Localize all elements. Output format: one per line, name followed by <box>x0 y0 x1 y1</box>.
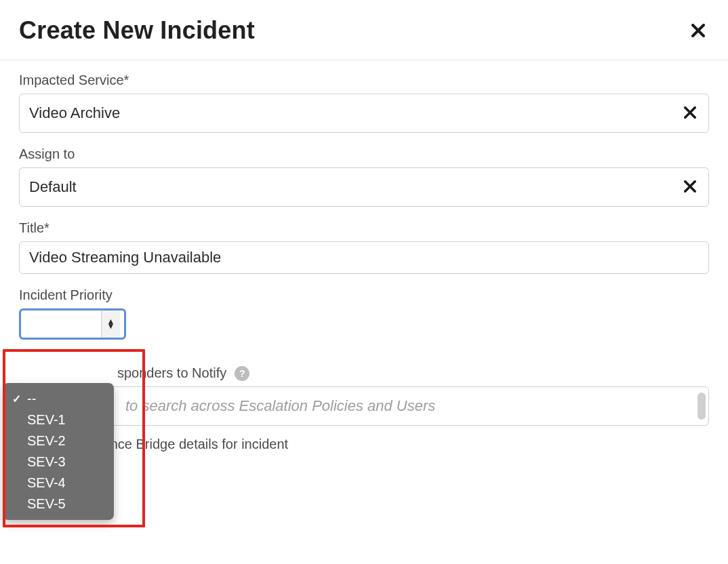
impacted-service-value: Video Archive <box>29 104 120 122</box>
modal-title: Create New Incident <box>19 16 255 45</box>
priority-dropdown-menu: ✓ -- SEV-1 SEV-2 SEV-3 SEV-4 SEV-5 <box>3 383 114 520</box>
priority-option-sev2[interactable]: SEV-2 <box>3 430 114 451</box>
field-incident-priority: Incident Priority ▲▼ <box>19 287 709 340</box>
priority-option-sev3[interactable]: SEV-3 <box>3 451 114 472</box>
priority-option-label: SEV-4 <box>27 475 104 491</box>
field-title: Title* <box>19 220 709 274</box>
title-input[interactable] <box>19 241 709 274</box>
impacted-service-label: Impacted Service* <box>19 73 709 88</box>
incident-priority-label: Incident Priority <box>19 287 709 303</box>
clear-icon[interactable] <box>684 178 696 197</box>
scroll-thumb[interactable] <box>697 392 706 420</box>
responders-label: sponders to Notify <box>19 365 226 381</box>
priority-option-sev4[interactable]: SEV-4 <box>3 472 114 494</box>
check-icon: ✓ <box>12 392 27 405</box>
priority-option-label: SEV-5 <box>27 496 104 512</box>
modal-header: Create New Incident <box>0 0 728 60</box>
assign-to-select[interactable]: Default <box>19 167 709 207</box>
conference-bridge-row: Set Conference Bridge details for incide… <box>19 437 709 452</box>
impacted-service-select[interactable]: Video Archive <box>19 94 709 133</box>
priority-option-label: SEV-2 <box>27 433 104 449</box>
priority-option-sev5[interactable]: SEV-5 <box>3 494 114 515</box>
priority-option-label: SEV-3 <box>27 454 104 470</box>
priority-option-none[interactable]: ✓ -- <box>3 388 114 409</box>
clear-icon[interactable] <box>684 104 696 123</box>
priority-option-label: -- <box>27 391 104 407</box>
assign-to-label: Assign to <box>19 146 709 162</box>
priority-option-sev1[interactable]: SEV-1 <box>3 409 114 430</box>
priority-option-label: SEV-1 <box>27 412 104 428</box>
close-icon[interactable] <box>687 18 709 43</box>
help-icon[interactable]: ? <box>235 366 249 381</box>
field-responders: sponders to Notify ? <box>19 365 709 381</box>
field-impacted-service: Impacted Service* Video Archive <box>19 73 709 133</box>
responders-input-wrap[interactable] <box>19 386 709 426</box>
title-label: Title* <box>19 220 709 236</box>
select-arrows-icon: ▲▼ <box>101 310 120 338</box>
incident-priority-select[interactable]: ▲▼ <box>19 308 126 340</box>
create-incident-modal: Create New Incident Impacted Service* Vi… <box>0 0 728 452</box>
assign-to-value: Default <box>29 178 77 196</box>
field-assign-to: Assign to Default <box>19 146 709 207</box>
responders-input[interactable] <box>124 397 699 416</box>
